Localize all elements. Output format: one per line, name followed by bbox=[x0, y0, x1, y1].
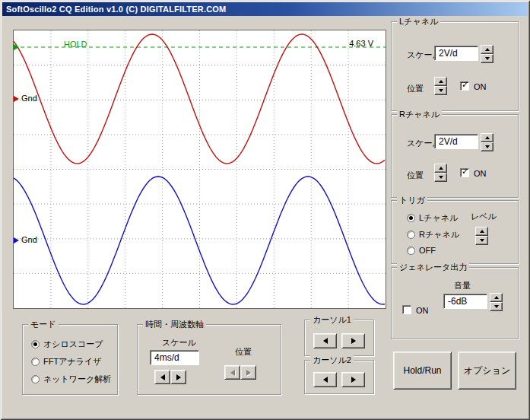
right-arrow-icon bbox=[351, 377, 356, 383]
radio-icon bbox=[31, 358, 40, 366]
up-arrow-icon bbox=[494, 296, 499, 299]
l-scale-spin-up-button[interactable] bbox=[481, 45, 494, 54]
r-scale-spin-up-button[interactable] bbox=[481, 133, 494, 142]
r-position-spinner bbox=[434, 164, 447, 182]
generator-on-checkbox[interactable] bbox=[402, 305, 411, 314]
l-channel-group-title: Lチャネル bbox=[397, 17, 440, 27]
volume-label: 音量 bbox=[454, 280, 471, 291]
down-arrow-icon bbox=[485, 145, 490, 148]
cursor1-group: カーソル1 bbox=[304, 320, 374, 356]
l-channel-group: Lチャネル スケール 位置 ON bbox=[391, 21, 519, 111]
mode-option-network-label: ネットワーク解析 bbox=[43, 374, 111, 385]
time-scale-input[interactable] bbox=[150, 350, 199, 365]
r-position-label: 位置 bbox=[407, 170, 424, 181]
voltage-readout: 4.63 V bbox=[349, 39, 373, 48]
trigger-option-off[interactable]: OFF bbox=[407, 246, 436, 255]
generator-on-label: ON bbox=[416, 306, 429, 315]
right-arrow-icon bbox=[176, 374, 181, 380]
mode-group-title: モード bbox=[28, 320, 59, 329]
trigger-level-label: レベル bbox=[471, 211, 497, 222]
l-scale-input[interactable] bbox=[434, 46, 478, 61]
cursor1-left-button[interactable] bbox=[313, 333, 337, 348]
cursor1-group-title: カーソル1 bbox=[310, 315, 354, 325]
cursor2-right-button[interactable] bbox=[341, 372, 365, 387]
mode-option-fft[interactable]: FFTアナライザ bbox=[31, 356, 101, 368]
r-gnd-marker[interactable] bbox=[14, 237, 19, 243]
trigger-level-spin-up-button[interactable] bbox=[475, 227, 488, 236]
l-position-spin-down-button[interactable] bbox=[434, 86, 447, 95]
l-on-label: ON bbox=[474, 82, 487, 91]
trigger-option-l-label: Lチャネル bbox=[419, 212, 458, 224]
l-position-label: 位置 bbox=[407, 83, 424, 94]
time-axis-group: 時間・周波数軸 スケール 位置 bbox=[137, 324, 281, 395]
l-gnd-marker[interactable] bbox=[14, 96, 19, 102]
left-arrow-icon bbox=[230, 370, 235, 376]
trigger-option-l-channel[interactable]: Lチャネル bbox=[407, 212, 458, 224]
time-scale-right-button[interactable] bbox=[170, 370, 186, 384]
waveform-plot bbox=[14, 30, 386, 308]
down-arrow-icon bbox=[439, 176, 443, 179]
title-bar[interactable]: SoftOscillo2 CQ Edition v1.0 (C) DIGITAL… bbox=[2, 2, 528, 16]
radio-icon bbox=[407, 214, 415, 222]
volume-spin-down-button[interactable] bbox=[490, 302, 503, 311]
trigger-group-title: トリガ bbox=[397, 196, 427, 205]
r-channel-group-title: Rチャネル bbox=[397, 110, 442, 119]
mode-option-oscilloscope-label: オシロスコープ bbox=[43, 339, 103, 350]
r-channel-group: Rチャネル スケール 位置 ON bbox=[391, 114, 519, 198]
generator-group-title: ジェネレータ出力 bbox=[397, 262, 469, 272]
mode-option-fft-label: FFTアナライザ bbox=[43, 356, 101, 368]
r-position-spin-up-button[interactable] bbox=[434, 164, 447, 173]
app-window: SoftOscillo2 CQ Edition v1.0 (C) DIGITAL… bbox=[0, 0, 530, 420]
trigger-level-spin-down-button[interactable] bbox=[475, 236, 488, 245]
r-scale-spin-down-button[interactable] bbox=[481, 142, 494, 151]
mode-group: モード オシロスコープ FFTアナライザ ネットワーク解析 bbox=[22, 324, 118, 395]
r-position-spin-down-button[interactable] bbox=[434, 173, 447, 182]
time-position-left-button[interactable] bbox=[224, 365, 240, 380]
mode-option-network[interactable]: ネットワーク解析 bbox=[31, 374, 111, 385]
trigger-option-r-label: Rチャネル bbox=[419, 229, 459, 240]
trigger-option-off-label: OFF bbox=[419, 246, 436, 255]
time-scale-left-button[interactable] bbox=[154, 370, 170, 384]
r-on-checkbox[interactable] bbox=[460, 168, 469, 177]
radio-icon bbox=[31, 340, 40, 348]
time-scale-label: スケール bbox=[162, 337, 196, 348]
cursor2-group-title: カーソル2 bbox=[310, 355, 354, 365]
l-on-checkbox[interactable] bbox=[460, 81, 469, 91]
radio-icon bbox=[407, 247, 415, 255]
trigger-level-spinner bbox=[475, 227, 488, 245]
trigger-level-marker[interactable] bbox=[14, 44, 19, 50]
up-arrow-icon bbox=[480, 230, 484, 233]
l-position-spin-up-button[interactable] bbox=[434, 77, 447, 86]
r-scale-input[interactable] bbox=[434, 134, 478, 149]
options-button[interactable]: オプション bbox=[458, 352, 516, 390]
left-arrow-icon bbox=[323, 377, 328, 383]
time-axis-group-title: 時間・周波数軸 bbox=[143, 320, 206, 329]
hold-run-button[interactable]: Hold/Run bbox=[393, 352, 452, 390]
l-scale-spin-down-button[interactable] bbox=[481, 54, 494, 63]
cursor2-group: カーソル2 bbox=[304, 360, 374, 394]
left-arrow-icon bbox=[323, 338, 328, 344]
time-position-right-button[interactable] bbox=[240, 365, 256, 380]
up-arrow-icon bbox=[485, 136, 490, 139]
down-arrow-icon bbox=[494, 305, 499, 308]
window-title: SoftOscillo2 CQ Edition v1.0 (C) DIGITAL… bbox=[6, 5, 227, 14]
r-on-label: ON bbox=[474, 169, 487, 178]
down-arrow-icon bbox=[480, 239, 484, 242]
time-position-label: 位置 bbox=[235, 346, 252, 358]
generator-output-group: ジェネレータ出力 音量 ON bbox=[391, 267, 519, 339]
down-arrow-icon bbox=[439, 89, 443, 92]
cursor2-left-button[interactable] bbox=[313, 372, 337, 387]
radio-icon bbox=[407, 231, 415, 239]
up-arrow-icon bbox=[485, 48, 490, 51]
left-arrow-icon bbox=[160, 374, 165, 380]
gnd-label-l: Gnd bbox=[21, 94, 37, 103]
trigger-group: トリガ Lチャネル Rチャネル OFF レベル bbox=[391, 200, 519, 264]
trigger-option-r-channel[interactable]: Rチャネル bbox=[407, 229, 459, 240]
cursor1-right-button[interactable] bbox=[341, 333, 365, 348]
volume-input[interactable] bbox=[443, 294, 487, 309]
gnd-label-r: Gnd bbox=[21, 235, 37, 244]
volume-spin-up-button[interactable] bbox=[490, 293, 503, 302]
mode-option-oscilloscope[interactable]: オシロスコープ bbox=[31, 339, 103, 350]
down-arrow-icon bbox=[485, 57, 490, 60]
up-arrow-icon bbox=[439, 167, 443, 170]
